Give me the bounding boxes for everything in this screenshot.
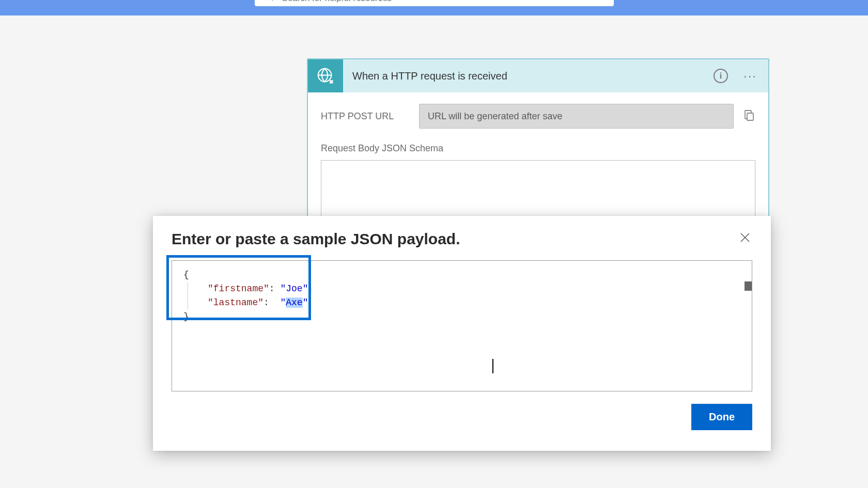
copy-icon[interactable] [743, 109, 755, 123]
url-row: HTTP POST URL URL will be generated afte… [321, 104, 755, 129]
json-content: { "firstname": "Joe", "lastname": "Axe" … [172, 261, 752, 331]
json-key-firstname: "firstname" [208, 284, 269, 294]
json-val-lastname-close: " [303, 297, 308, 308]
json-val-lastname-open: " [280, 297, 286, 308]
url-field: URL will be generated after save [419, 104, 734, 129]
trigger-body: HTTP POST URL URL will be generated afte… [308, 92, 768, 235]
schema-textarea[interactable] [321, 160, 755, 222]
trigger-card: When a HTTP request is received i ··· HT… [307, 58, 769, 237]
more-options-icon[interactable]: ··· [743, 69, 757, 83]
json-val-firstname: "Joe" [280, 284, 308, 294]
json-val-lastname-selected: Axe [286, 297, 302, 308]
http-trigger-icon [308, 59, 343, 92]
svg-rect-3 [747, 113, 753, 120]
info-icon[interactable]: i [714, 69, 728, 83]
search-icon [265, 0, 274, 5]
close-icon[interactable] [740, 232, 750, 246]
text-cursor [492, 359, 493, 373]
app-top-bar [0, 0, 868, 15]
schema-label: Request Body JSON Schema [321, 143, 755, 154]
trigger-title: When a HTTP request is received [343, 70, 714, 82]
scrollbar-thumb[interactable] [745, 281, 752, 291]
modal-title: Enter or paste a sample JSON payload. [172, 230, 740, 248]
json-payload-modal: Enter or paste a sample JSON payload. { … [153, 216, 771, 451]
search-input[interactable] [282, 0, 603, 4]
trigger-header[interactable]: When a HTTP request is received i ··· [308, 59, 768, 92]
done-button[interactable]: Done [691, 404, 752, 430]
svg-line-1 [271, 0, 273, 1]
modal-footer: Done [153, 391, 771, 451]
json-editor[interactable]: { "firstname": "Joe", "lastname": "Axe" … [172, 260, 752, 391]
url-label: HTTP POST URL [321, 111, 419, 122]
search-container [255, 0, 614, 6]
modal-header: Enter or paste a sample JSON payload. [153, 216, 771, 260]
json-key-lastname: "lastname" [208, 297, 264, 308]
